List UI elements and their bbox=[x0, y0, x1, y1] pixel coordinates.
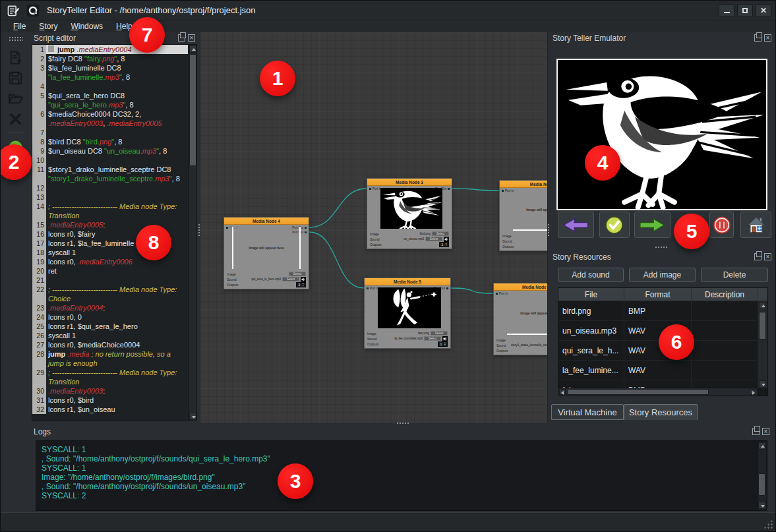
scrollbar-thumb[interactable] bbox=[758, 473, 765, 496]
editor-line[interactable]: 7 bbox=[32, 128, 188, 137]
spinner-arrows-icon[interactable]: ▲▼ bbox=[302, 283, 305, 287]
editor-line[interactable]: 10 bbox=[32, 156, 188, 165]
editor-line[interactable]: 22; --------------------------- Media no… bbox=[32, 285, 188, 303]
node-title[interactable]: Media Node 4 bbox=[224, 218, 309, 225]
open-project-button[interactable] bbox=[6, 88, 26, 108]
toolbar-drag-handle[interactable] bbox=[9, 36, 23, 41]
table-hscrollbar[interactable] bbox=[558, 388, 757, 396]
menu-file[interactable]: File bbox=[7, 21, 32, 32]
splitter-handle[interactable] bbox=[396, 422, 409, 425]
scroll-up-icon[interactable] bbox=[759, 302, 766, 309]
ok-button[interactable] bbox=[599, 212, 630, 238]
select-image-button[interactable]: Select bbox=[289, 272, 306, 276]
scrollbar-thumb[interactable] bbox=[189, 54, 196, 166]
minimize-button[interactable] bbox=[719, 4, 734, 17]
table-vscrollbar[interactable] bbox=[757, 301, 767, 388]
save-button[interactable] bbox=[6, 68, 26, 88]
splitter-handle[interactable] bbox=[198, 223, 201, 237]
close-button[interactable]: ✕ bbox=[756, 4, 771, 17]
editor-line[interactable]: 3$la_fee_luminelle DC8 "la_fee_luminelle… bbox=[32, 63, 188, 82]
editor-line[interactable]: 24lcons r0, 0 bbox=[32, 312, 188, 322]
speaker-icon[interactable] bbox=[301, 277, 306, 282]
pause-button[interactable] bbox=[709, 212, 734, 238]
scroll-right-icon[interactable] bbox=[750, 389, 756, 395]
select-sound-button[interactable]: Select bbox=[425, 237, 442, 241]
port-in[interactable]: Port In bbox=[502, 189, 514, 192]
editor-line[interactable]: 30.mediaEntry0003: bbox=[32, 386, 188, 396]
editor-line[interactable]: 12 bbox=[32, 183, 188, 192]
editor-line[interactable]: 32lcons r1, $un_oiseau bbox=[32, 405, 188, 414]
editor-line[interactable]: 11$story1_drako_luminelle_sceptre DC8 "s… bbox=[32, 165, 188, 183]
editor-line[interactable]: 28jump .media ; no return possible, so a… bbox=[32, 349, 188, 368]
node-graph-canvas[interactable]: Media Node 4Port InPort OutPort OutImage… bbox=[200, 32, 548, 423]
scroll-up-icon[interactable] bbox=[758, 442, 765, 450]
close-panel-icon[interactable]: × bbox=[762, 428, 769, 435]
editor-line[interactable]: 20ret bbox=[32, 266, 188, 276]
logs-scrollbar[interactable] bbox=[757, 442, 766, 510]
tab-virtual-machine[interactable]: Virtual Machine bbox=[551, 404, 624, 420]
media-node[interactable]: Media Node 5Port InPort OutImagefairy.pn… bbox=[364, 278, 451, 349]
outputs-spinner[interactable]: 1▲▼ bbox=[438, 341, 448, 347]
editor-line[interactable]: 13 bbox=[32, 192, 188, 202]
delete-button[interactable]: Delete bbox=[701, 268, 768, 282]
select-image-button[interactable]: Select bbox=[432, 231, 449, 236]
resize-grip[interactable] bbox=[763, 519, 773, 529]
add-sound-button[interactable]: Add sound bbox=[558, 268, 624, 282]
port-in[interactable]: Port In bbox=[496, 292, 508, 295]
table-row[interactable]: bird.pngBMP bbox=[558, 301, 767, 321]
editor-line[interactable]: 2$fairy DC8 "fairy.png", 8 bbox=[32, 54, 188, 63]
scroll-up-icon[interactable] bbox=[189, 45, 196, 53]
back-button[interactable] bbox=[558, 212, 594, 238]
home-button[interactable] bbox=[740, 212, 771, 238]
media-node[interactable]: Media Node 3Port InPort OutImagebird.png… bbox=[367, 178, 452, 249]
editor-line[interactable]: 1jump .mediaEntry0004 bbox=[32, 45, 188, 54]
media-node[interactable]: Media NodePort InPort OutImage will appe… bbox=[499, 180, 548, 251]
menu-windows[interactable]: Windows bbox=[65, 21, 109, 32]
float-panel-icon[interactable] bbox=[754, 253, 761, 260]
float-panel-icon[interactable] bbox=[754, 34, 761, 42]
scroll-left-icon[interactable] bbox=[559, 389, 566, 395]
speaker-icon[interactable] bbox=[442, 336, 448, 341]
editor-line[interactable]: 6$mediaChoice0004 DC32, 2, .mediaEntry00… bbox=[32, 109, 188, 128]
close-panel-icon[interactable]: × bbox=[188, 34, 195, 42]
spinner-arrows-icon[interactable]: ▲▼ bbox=[444, 342, 447, 346]
node-title[interactable]: Media Node 3 bbox=[367, 179, 452, 186]
new-script-button[interactable] bbox=[6, 47, 26, 67]
select-sound-button[interactable]: Select bbox=[282, 277, 299, 281]
select-sound-button[interactable]: Select bbox=[424, 336, 441, 341]
node-title[interactable]: Media Node 6 bbox=[494, 283, 548, 291]
editor-line[interactable]: 25lcons r1, $qui_sera_le_hero bbox=[32, 322, 188, 331]
scroll-down-icon[interactable] bbox=[758, 502, 765, 509]
close-project-button[interactable] bbox=[6, 109, 26, 129]
editor-line[interactable]: 14; --------------------------- Media no… bbox=[32, 202, 188, 220]
column-header-file[interactable]: File bbox=[558, 288, 624, 301]
scroll-down-icon[interactable] bbox=[759, 380, 766, 388]
editor-line[interactable]: 21 bbox=[32, 276, 188, 285]
spinner-arrows-icon[interactable]: ▲▼ bbox=[445, 243, 448, 247]
close-panel-icon[interactable]: × bbox=[764, 253, 771, 260]
editor-line[interactable]: 9$un_oiseau DC8 "un_oiseau.mp3", 8 bbox=[32, 146, 188, 156]
port-in[interactable]: Port In bbox=[367, 287, 378, 290]
editor-line[interactable]: 5$qui_sera_le_hero DC8 "qui_sera_le_hero… bbox=[32, 91, 188, 109]
outputs-spinner[interactable]: 1▲▼ bbox=[439, 242, 449, 247]
media-node[interactable]: Media Node 4Port InPort OutPort OutImage… bbox=[224, 217, 309, 289]
speaker-icon[interactable] bbox=[444, 237, 449, 242]
media-node[interactable]: Media Node 6Port InPort OutImage will ap… bbox=[493, 283, 548, 355]
editor-line[interactable]: 23.mediaEntry0004: bbox=[32, 303, 188, 312]
maximize-button[interactable] bbox=[737, 4, 753, 17]
splitter-handle[interactable] bbox=[655, 246, 668, 249]
editor-line[interactable]: 31lcons r0, $bird bbox=[32, 396, 188, 405]
node-title[interactable]: Media Node bbox=[500, 181, 548, 188]
float-panel-icon[interactable] bbox=[178, 34, 185, 42]
script-editor[interactable]: 1jump .mediaEntry00042$fairy DC8 "fairy.… bbox=[32, 44, 197, 421]
editor-line[interactable]: 19lcons r0, .mediaEntry0006 bbox=[32, 257, 188, 266]
table-row[interactable]: la_fee_lumine...WAV bbox=[558, 361, 767, 380]
column-header-description[interactable]: Description bbox=[692, 288, 758, 301]
float-panel-icon[interactable] bbox=[752, 428, 760, 435]
editor-line[interactable]: 8$bird DC8 "bird.png", 8 bbox=[32, 137, 188, 146]
editor-line[interactable]: 26syscall 1 bbox=[32, 331, 188, 340]
menu-story[interactable]: Story bbox=[33, 21, 63, 32]
editor-line[interactable]: 29; --------------------------- Media no… bbox=[32, 368, 188, 386]
next-button[interactable] bbox=[634, 212, 671, 238]
title-bar[interactable]: StoryTeller Editor - /home/anthony/ostpr… bbox=[1, 1, 775, 20]
